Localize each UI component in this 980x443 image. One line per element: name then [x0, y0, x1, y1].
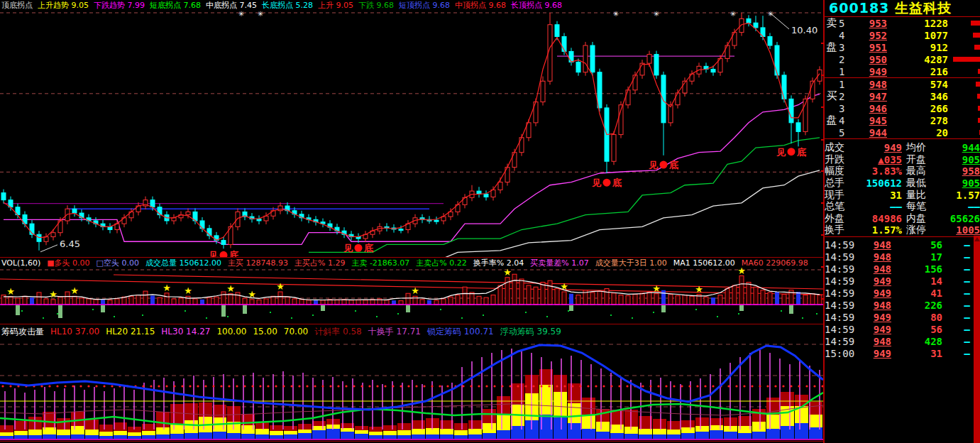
chip-bar-blue — [0, 436, 13, 439]
chip-bar-blue — [170, 434, 184, 439]
volume-bar — [193, 299, 197, 305]
red-dot — [400, 385, 402, 387]
chip-bar-yellow — [695, 426, 709, 432]
scrollbar[interactable] — [974, 236, 980, 443]
chip-bar-blue — [369, 435, 382, 439]
red-dot — [642, 385, 644, 387]
info-value: 949 — [849, 142, 902, 153]
tick-time: 14:59 — [825, 324, 857, 335]
order-book-row[interactable]: 卖59531228 — [825, 17, 980, 29]
red-dot — [618, 385, 620, 387]
candle-body — [555, 25, 559, 37]
red-dot — [579, 385, 581, 387]
scroll-up-icon — [974, 237, 980, 241]
vol-indicator-item: ■多头 0.00 — [47, 258, 89, 268]
chip-bar-blue — [624, 434, 638, 439]
candle-body — [172, 218, 176, 221]
candle-body — [484, 194, 488, 197]
red-dot — [805, 385, 808, 387]
red-dot — [517, 385, 519, 387]
chip-bar-yellow — [582, 415, 595, 429]
volume-bar — [803, 295, 808, 305]
candle-body — [796, 123, 800, 132]
chip-bar-yellow — [710, 425, 723, 430]
tick-row[interactable]: 14:59948226— — [825, 300, 980, 312]
volume-bar — [633, 295, 637, 305]
chip-bar-yellow — [383, 431, 397, 435]
green-dot — [483, 315, 484, 316]
volume-bar — [441, 299, 446, 305]
candle-body — [676, 93, 680, 105]
bottom-signal-dot — [603, 179, 611, 187]
order-book-row[interactable]: 1949216 — [825, 65, 980, 77]
info-value: 1.57 — [930, 190, 980, 201]
volume-bar — [51, 300, 55, 305]
chip-bar-blue — [568, 423, 581, 439]
time-and-sales: 14:5994856—14:5994817—14:59948156—14:599… — [825, 237, 980, 360]
red-dot — [587, 385, 589, 387]
tick-row[interactable]: 15:0094931— — [825, 348, 980, 360]
order-book-row[interactable]: 买2947346 — [825, 90, 980, 102]
red-dot — [595, 385, 597, 387]
tick-row[interactable]: 14:5994914— — [825, 275, 980, 288]
chip-bar-maroon — [468, 420, 482, 429]
volume-bar — [619, 295, 623, 305]
chip-bar-yellow — [156, 427, 170, 434]
tick-row[interactable]: 14:5994817— — [825, 251, 980, 263]
depth-bar-track — [948, 56, 980, 62]
info-value: 905 — [930, 177, 980, 189]
red-dot — [509, 385, 511, 387]
chip-attack-volume-chart[interactable] — [0, 339, 823, 441]
order-book-row[interactable]: 盘3951912 — [825, 41, 980, 53]
chip-bar-maroon — [695, 417, 709, 426]
candle-body — [654, 55, 659, 75]
stock-title: 600183 生益科技 — [825, 0, 980, 16]
book-quantity: 278 — [887, 115, 948, 126]
red-dot — [314, 385, 316, 387]
info-value: 150612 — [849, 177, 902, 189]
order-book-row[interactable]: 3946266 — [825, 102, 980, 114]
edge-tick — [821, 43, 824, 44]
tick-time: 14:59 — [825, 251, 857, 263]
chip-bar-blue — [326, 429, 340, 439]
order-book-row[interactable]: 1948574 — [825, 78, 980, 90]
tick-row[interactable]: 14:5994956— — [825, 324, 980, 336]
volume-bar — [463, 287, 467, 305]
pointer-line — [40, 245, 57, 252]
chip-bar-blue — [298, 433, 312, 439]
red-dot — [228, 385, 230, 387]
volume-bar — [16, 298, 20, 305]
pane-divider — [0, 324, 823, 324]
red-dot — [673, 385, 675, 387]
chip-bar-blue — [284, 434, 297, 439]
tick-row[interactable]: 14:59948156— — [825, 263, 980, 275]
candle-body — [434, 220, 439, 222]
red-dot — [696, 385, 698, 387]
order-book-row[interactable]: 盘4945278 — [825, 114, 980, 126]
chip-bar-maroon — [355, 426, 368, 430]
chip-bar-maroon — [71, 412, 84, 426]
depth-bar — [976, 82, 980, 87]
volume-bar — [150, 295, 155, 305]
main-candlestick-chart[interactable]: 见底见底见底见底见底✳✳✳✳✳✳10.406.45 — [0, 11, 823, 257]
tick-row[interactable]: 14:5994856— — [825, 239, 980, 251]
volume-bar — [747, 283, 751, 305]
volume-bar — [37, 292, 41, 305]
chip-bar-maroon — [298, 424, 312, 430]
depth-bar-track — [948, 105, 980, 111]
order-book-row[interactable]: 594420 — [825, 126, 980, 138]
volume-indicator-chart[interactable]: ★★★★★★★★★★★★★★ — [0, 268, 823, 324]
order-book-row[interactable]: 49521077 — [825, 29, 980, 41]
chip-bar-yellow — [639, 429, 652, 434]
chip-bar-blue — [185, 433, 198, 439]
volume-bar — [534, 287, 538, 305]
tick-row[interactable]: 14:5994941— — [825, 288, 980, 300]
order-book-row[interactable]: 29504287 — [825, 53, 980, 65]
volume-bar — [782, 295, 786, 305]
tick-row[interactable]: 14:59948428— — [825, 336, 980, 348]
green-trail-line — [309, 138, 820, 253]
volume-bar — [321, 300, 325, 305]
depth-bar-track — [948, 117, 980, 124]
book-level: 2 — [839, 54, 850, 65]
tick-row[interactable]: 14:5994980— — [825, 312, 980, 324]
